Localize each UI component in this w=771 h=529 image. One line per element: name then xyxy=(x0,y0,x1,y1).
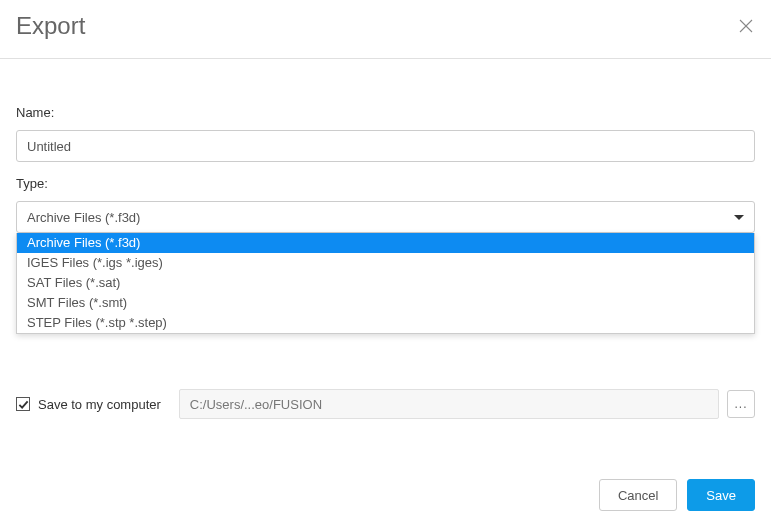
browse-button[interactable]: ... xyxy=(727,390,755,418)
type-dropdown-list: Archive Files (*.f3d) IGES Files (*.igs … xyxy=(16,233,755,334)
name-input[interactable] xyxy=(16,130,755,162)
name-label: Name: xyxy=(16,105,755,120)
dialog-content: Name: Type: Archive Files (*.f3d) Archiv… xyxy=(0,59,771,435)
save-button[interactable]: Save xyxy=(687,479,755,511)
chevron-down-icon xyxy=(734,215,744,220)
dialog-footer: Cancel Save xyxy=(599,479,755,511)
type-select-wrapper: Archive Files (*.f3d) Archive Files (*.f… xyxy=(16,201,755,233)
save-local-checkbox[interactable] xyxy=(16,397,30,411)
type-label: Type: xyxy=(16,176,755,191)
dialog-header: Export xyxy=(0,0,771,59)
dropdown-option[interactable]: SMT Files (*.smt) xyxy=(17,293,754,313)
checkmark-icon xyxy=(18,399,29,410)
dropdown-option[interactable]: SAT Files (*.sat) xyxy=(17,273,754,293)
dropdown-option[interactable]: IGES Files (*.igs *.iges) xyxy=(17,253,754,273)
save-local-label: Save to my computer xyxy=(38,397,161,412)
type-select[interactable]: Archive Files (*.f3d) xyxy=(16,201,755,233)
dropdown-option[interactable]: Archive Files (*.f3d) xyxy=(17,233,754,253)
save-local-row: Save to my computer ... xyxy=(16,389,755,419)
cancel-button[interactable]: Cancel xyxy=(599,479,677,511)
close-icon[interactable] xyxy=(737,17,755,35)
dialog-title: Export xyxy=(16,12,85,40)
type-selected-value: Archive Files (*.f3d) xyxy=(27,210,140,225)
dropdown-option[interactable]: STEP Files (*.stp *.step) xyxy=(17,313,754,333)
save-path-input[interactable] xyxy=(179,389,719,419)
